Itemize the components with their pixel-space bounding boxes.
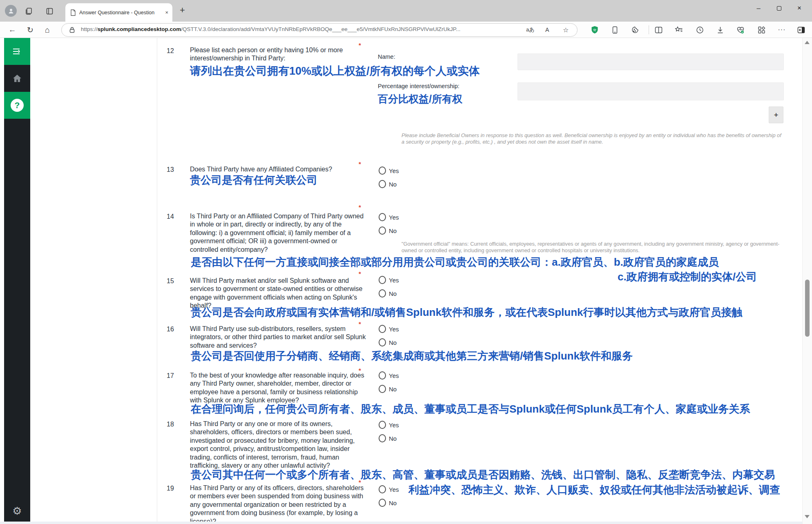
mobile-device-icon[interactable]	[609, 24, 621, 36]
tab-close-icon[interactable]: ×	[165, 9, 168, 16]
question-text-zh: 请列出在贵公司拥有10%或以上权益/所有权的每个人或实体	[190, 64, 480, 78]
question-number: 18	[167, 421, 174, 428]
toolbar-divider	[649, 25, 649, 34]
beneficial-owners-note: Please include Beneficial Owners in resp…	[402, 132, 785, 145]
question-text-zh: 贵公司是否会向政府或国有实体营销和/或销售Splunk软件和服务，或在代表Spl…	[191, 305, 743, 320]
question-number: 16	[167, 326, 174, 333]
radio-yes[interactable]: Yes	[379, 371, 399, 380]
read-aloud-icon[interactable]: A	[545, 24, 549, 35]
radio-circle[interactable]	[379, 325, 386, 333]
question-text-zh: 是否由以下任何一方直接或间接全部或部分用用贵公司或贵公司的关联公司：a.政府官员…	[191, 255, 719, 269]
radio-circle[interactable]	[379, 226, 386, 235]
radio-yes[interactable]: Yes	[379, 276, 399, 284]
question-number: 19	[167, 485, 174, 492]
home-icon[interactable]: ⌂	[41, 24, 54, 36]
percentage-label-zh: 百分比权益/所有权	[378, 92, 462, 106]
scrollbar-thumb[interactable]	[805, 280, 810, 337]
required-asterisk: *	[359, 204, 361, 211]
radio-circle[interactable]	[379, 338, 386, 346]
url-text[interactable]: https://splunk.compliancedesktop.com/QST…	[81, 26, 530, 32]
radio-yes[interactable]: Yes	[379, 421, 399, 429]
radio-circle[interactable]	[379, 213, 386, 221]
radio-yes[interactable]: Yes	[379, 485, 399, 493]
question-text-zh: 贵公司是否回使用子分销商、经销商、系统集成商或其他第三方来营销/销售Splunk…	[191, 349, 633, 363]
back-icon[interactable]: ←	[6, 24, 19, 36]
privacy-shield-icon[interactable]	[589, 24, 601, 36]
window-maximize-button[interactable]	[769, 0, 789, 16]
required-asterisk: *	[359, 42, 361, 49]
scroll-up-icon[interactable]	[805, 41, 810, 44]
sidebar-home-button[interactable]	[4, 65, 30, 92]
sidebar-help-button[interactable]: ?	[4, 92, 30, 119]
tab-title: Answer Questionnaire - Question	[79, 10, 157, 16]
settings-gear-icon[interactable]: ⚙	[4, 505, 30, 517]
radio-no[interactable]: No	[379, 434, 397, 442]
question-text-zh-line2: 利益冲突、恐怖主义、欺诈、人口贩卖、奴役或任何其他非法活动被起诉、调查	[408, 483, 780, 497]
percentage-input[interactable]	[518, 82, 784, 100]
radio-no[interactable]: No	[379, 180, 397, 188]
radio-circle[interactable]	[379, 385, 386, 393]
split-screen-icon[interactable]	[652, 24, 665, 36]
name-input[interactable]	[518, 53, 784, 70]
government-official-note: "Government official" means: Current off…	[402, 241, 783, 254]
refresh-icon[interactable]: ↻	[24, 24, 37, 36]
browser-essentials-icon[interactable]	[734, 24, 747, 36]
question-number: 13	[167, 166, 174, 173]
radio-circle[interactable]	[379, 499, 386, 507]
radio-circle[interactable]	[379, 434, 386, 442]
new-tab-button[interactable]: +	[180, 5, 185, 16]
radio-no[interactable]: No	[379, 226, 397, 235]
window-minimize-button[interactable]: ─	[748, 0, 769, 16]
favorites-bar-icon[interactable]	[673, 24, 685, 36]
question-text-zh: 贵公司其中任何一个或多个所有者、股东、高管、董事或成员是否因贿赂、洗钱、出口管制…	[191, 468, 775, 482]
question-text-zh-line2: c.政府拥有或控制的实体/公司	[618, 270, 757, 284]
radio-circle[interactable]	[379, 485, 386, 493]
radio-yes[interactable]: Yes	[379, 325, 399, 333]
page-favicon-icon	[70, 9, 76, 16]
downloads-icon[interactable]	[714, 24, 726, 36]
radio-circle[interactable]	[379, 276, 386, 284]
radio-yes[interactable]: Yes	[379, 167, 399, 175]
question-text-zh: 在合理问询后，任何贵公司所有者、股东、成员、董事或员工是否与Splunk或任何S…	[191, 402, 750, 416]
browser-tab[interactable]: Answer Questionnaire - Question ×	[65, 3, 172, 22]
app-sidebar: ? ⚙	[4, 38, 30, 524]
radio-no[interactable]: No	[379, 385, 397, 393]
radio-no[interactable]: No	[379, 338, 397, 346]
radio-circle[interactable]	[379, 289, 386, 298]
vertical-tabs-icon[interactable]	[44, 6, 55, 16]
help-question-icon: ?	[11, 99, 24, 112]
content-divider	[157, 38, 157, 524]
copilot-sidebar-icon[interactable]	[795, 24, 807, 36]
radio-circle[interactable]	[379, 180, 386, 188]
required-asterisk: *	[359, 270, 361, 277]
question-number: 12	[167, 47, 174, 55]
question-text-zh: 贵公司是否有任何关联公司	[190, 173, 317, 187]
question-text-en: To the best of your knowledge after reas…	[190, 371, 370, 405]
scroll-down-icon[interactable]	[805, 515, 810, 518]
question-text-en: Has Third Party or any one or more of it…	[190, 420, 370, 470]
cookie-icon[interactable]	[629, 24, 641, 36]
workspaces-icon[interactable]	[24, 6, 34, 16]
history-icon[interactable]	[694, 24, 706, 36]
radio-no[interactable]: No	[379, 289, 397, 298]
radio-no[interactable]: No	[379, 499, 397, 507]
window-close-button[interactable]: ×	[789, 0, 810, 16]
home-icon	[12, 74, 22, 83]
more-menu-icon[interactable]: ···	[776, 24, 788, 36]
question-number: 15	[167, 278, 174, 285]
profile-avatar-icon[interactable]	[5, 5, 17, 17]
lock-icon[interactable]	[69, 24, 75, 35]
question-text-en: Is Third Party or an Affiliated Company …	[190, 212, 367, 254]
radio-yes[interactable]: Yes	[379, 213, 399, 221]
apps-grid-icon[interactable]	[755, 24, 767, 36]
radio-circle[interactable]	[379, 421, 386, 429]
favorite-star-icon[interactable]: ☆	[563, 24, 569, 35]
radio-circle[interactable]	[379, 167, 386, 175]
add-row-button[interactable]: +	[769, 107, 783, 123]
sidebar-menu-button[interactable]	[4, 38, 30, 65]
hamburger-menu-icon	[12, 47, 22, 56]
translate-icon[interactable]: aあ	[526, 24, 535, 35]
radio-circle[interactable]	[379, 371, 386, 380]
percentage-label: Percentage interest/ownership:	[378, 83, 460, 89]
question-text-en: Will Third Party use sub-distributors, r…	[190, 325, 367, 350]
